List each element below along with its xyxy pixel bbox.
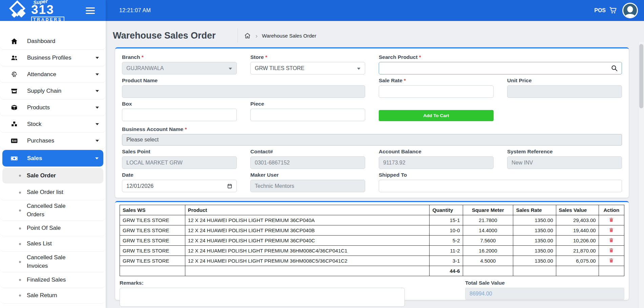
vertical-scrollbar[interactable] — [638, 42, 644, 308]
sidebar-item-purchases[interactable]: $ Purchases — [0, 133, 106, 149]
sidebar-subitem-label: Cancelled Sale Invoices — [27, 254, 78, 270]
contact-input — [250, 156, 365, 169]
breadcrumb-current: Warehouse Sales Order — [262, 33, 316, 39]
col-action: Action — [599, 205, 624, 215]
bullet-icon — [19, 192, 21, 194]
page-title: Warehouse Sales Order — [113, 30, 235, 41]
app-logo[interactable]: Super 313 TRADERS — [9, 0, 64, 23]
cubes-icon — [10, 120, 19, 128]
sale-rate-input[interactable] — [379, 85, 494, 98]
pos-cart-button[interactable]: POS — [594, 6, 618, 15]
delete-row-icon[interactable] — [609, 217, 614, 223]
col-sales-value: Sales Value — [556, 205, 599, 215]
sidebar-subitem-sale-order-list[interactable]: Sale Order list — [0, 185, 106, 200]
page-content: Warehouse Sales Order › Warehouse Sales … — [106, 21, 644, 308]
scrollbar-thumb[interactable] — [639, 44, 643, 108]
add-to-cart-button[interactable]: Add To Cart — [379, 110, 494, 121]
delete-row-icon[interactable] — [609, 227, 614, 233]
calendar-icon[interactable] — [227, 183, 232, 189]
sidebar-item-label: Attendance — [27, 71, 56, 78]
store-label: Store — [250, 54, 365, 60]
sidebar-item-label: Products — [27, 104, 50, 111]
remarks-textarea[interactable] — [120, 288, 405, 307]
total-sale-value: 86994.00 — [465, 288, 624, 300]
sidebar-subitem-sales-list[interactable]: Sales List — [0, 236, 106, 252]
search-icon[interactable] — [611, 65, 618, 72]
sidebar-subitem-sale-order[interactable]: Sale Order — [2, 168, 103, 183]
main-area: 12:21:07 AM POS Warehouse Sales Order — [106, 0, 644, 308]
total-quantity: 44-6 — [430, 266, 463, 276]
sidebar-subitem-finalized-sales[interactable]: Finalized Sales — [0, 272, 106, 288]
pos-label: POS — [594, 7, 606, 14]
shipped-to-label: Shipped To — [379, 172, 622, 178]
sidebar-item-products[interactable]: Products — [0, 100, 106, 116]
piece-input[interactable] — [250, 109, 365, 121]
cart-table: Sales WS Product Quantity Square Meter S… — [120, 205, 624, 276]
sidebar-header: Super 313 TRADERS — [0, 0, 106, 21]
chevron-down-icon — [96, 57, 99, 59]
total-sale-value-label: Total Sale Value — [465, 280, 624, 286]
sidebar-subitem-label: Sale Return — [27, 291, 57, 300]
delete-row-icon[interactable] — [609, 237, 614, 243]
sidebar-subitem-sale-return[interactable]: Sale Return — [0, 288, 106, 304]
sidebar-item-supply-chain[interactable]: Supply Chain — [0, 83, 106, 100]
maker-user-label: Maker User — [250, 172, 365, 178]
hamburger-menu-icon[interactable] — [86, 7, 95, 14]
sales-order-form-card: Branch GUJRANWALA Store GRW TILES STORE — [115, 47, 629, 198]
shipped-to-input[interactable] — [379, 180, 622, 192]
users-icon — [10, 54, 19, 62]
home-breadcrumb-icon[interactable] — [244, 32, 251, 39]
maker-user-input — [250, 180, 365, 192]
sidebar-subitem-label: Sales List — [27, 240, 52, 248]
account-balance-input — [379, 156, 494, 169]
sidebar-subitem-label: Finalized Sales — [27, 276, 66, 284]
search-product-input[interactable] — [379, 62, 622, 74]
delete-row-icon[interactable] — [609, 247, 614, 253]
chevron-down-icon — [96, 123, 99, 125]
box-icon — [10, 104, 19, 111]
sidebar-subitem-cancelled-sale-invoices[interactable]: Cancelled Sale Invoices — [0, 252, 106, 272]
unit-price-label: Unit Price — [507, 78, 622, 84]
user-avatar[interactable] — [622, 3, 638, 18]
system-reference-input — [507, 156, 622, 169]
topbar: 12:21:07 AM POS — [106, 0, 644, 21]
store-select[interactable]: GRW TILES STORE — [250, 62, 365, 74]
sidebar-item-dashboard[interactable]: Dashboard — [0, 33, 106, 50]
table-row: GRW TILES STORE 12 X 24 HUAWEI POLISH LI… — [120, 215, 624, 225]
sidebar-subitem-label: Sale Order — [27, 172, 56, 180]
bullet-icon — [19, 243, 21, 245]
business-account-label: Business Account Name — [122, 126, 622, 132]
bullet-icon — [19, 175, 21, 177]
account-balance-label: Account Balance — [379, 149, 494, 155]
col-product: Product — [185, 205, 430, 215]
sidebar-item-label: Business Profiles — [27, 54, 71, 61]
app-root: Super 313 TRADERS Dashboard Business Pro… — [0, 0, 644, 308]
fingerprint-icon — [10, 71, 19, 78]
sidebar-item-attendance[interactable]: Attendance — [0, 66, 106, 83]
date-input[interactable]: 12/01/2026 — [122, 180, 237, 192]
sidebar-item-business-profiles[interactable]: Business Profiles — [0, 50, 106, 66]
branch-label: Branch — [122, 54, 237, 60]
sidebar-subitem-label: Cancelled Sale Orders — [27, 202, 78, 219]
sidebar-item-stock[interactable]: Stock — [0, 116, 106, 133]
clock-text: 12:21:07 AM — [119, 7, 151, 14]
chevron-down-icon — [357, 68, 360, 70]
bullet-icon — [19, 294, 21, 296]
sidebar-item-sales[interactable]: Sales — [2, 150, 103, 167]
business-account-select[interactable]: Please select — [122, 134, 622, 146]
sidebar-nav: Dashboard Business Profiles Attendance — [0, 21, 106, 308]
branch-select[interactable]: GUJRANWALA — [122, 62, 237, 74]
sidebar-subitem-cancelled-sale-orders[interactable]: Cancelled Sale Orders — [0, 200, 106, 221]
sidebar-subitem-point-of-sale[interactable]: Point Of Sale — [0, 221, 106, 236]
date-label: Date — [122, 172, 237, 178]
store-icon — [10, 87, 19, 95]
sales-point-label: Sales Point — [122, 149, 237, 155]
money-check-icon: $ — [10, 137, 19, 145]
delete-row-icon[interactable] — [609, 258, 614, 263]
remarks-label: Remarks: — [120, 280, 405, 286]
box-input[interactable] — [122, 109, 237, 121]
bullet-icon — [19, 279, 21, 281]
chevron-down-icon — [96, 73, 99, 75]
sidebar-subitem-label: Sale Order list — [27, 188, 63, 197]
chevron-down-icon — [96, 90, 99, 92]
